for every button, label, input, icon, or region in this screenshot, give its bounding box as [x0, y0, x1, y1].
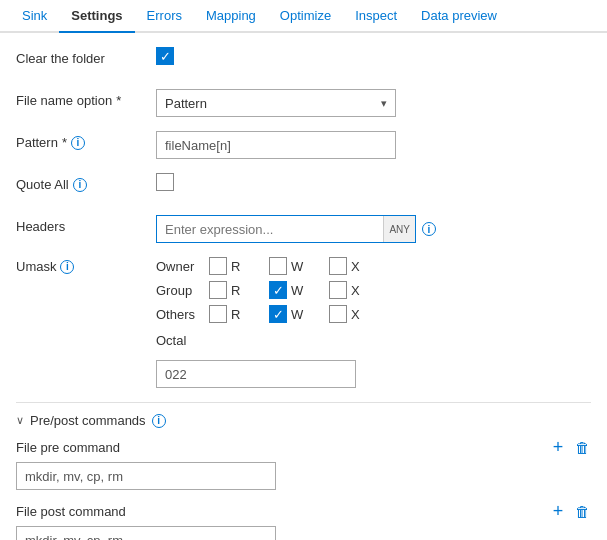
file-name-option-dropdown[interactable]: Pattern ▾ — [156, 89, 396, 117]
tab-data-preview[interactable]: Data preview — [409, 0, 509, 33]
file-name-option-label: File name option * — [16, 89, 156, 108]
clear-folder-row: Clear the folder ✓ — [16, 47, 591, 75]
pattern-control — [156, 131, 591, 159]
umask-others-label: Others — [156, 307, 201, 322]
umask-others-w-cell: ✓ W — [269, 305, 321, 323]
umask-control: Owner R W X Group — [156, 257, 591, 388]
section-divider — [16, 402, 591, 403]
umask-group-w-cell: ✓ W — [269, 281, 321, 299]
pattern-required: * — [62, 135, 67, 150]
pattern-row: Pattern * i — [16, 131, 591, 159]
umask-row: Umask i Owner R W X — [16, 257, 591, 388]
pre-post-section-row[interactable]: ∨ Pre/post commands i — [16, 413, 591, 428]
pattern-input[interactable] — [156, 131, 396, 159]
file-pre-command-add-icon[interactable]: + — [549, 438, 567, 456]
tab-optimize[interactable]: Optimize — [268, 0, 343, 33]
headers-control: ANY i — [156, 215, 591, 243]
file-post-command-label: File post command — [16, 504, 126, 519]
file-pre-command-input[interactable] — [16, 462, 276, 490]
umask-group-x-letter: X — [351, 283, 360, 298]
umask-group-r-letter: R — [231, 283, 240, 298]
umask-group-w-letter: W — [291, 283, 303, 298]
section-chevron-icon: ∨ — [16, 414, 24, 427]
pre-post-info-icon[interactable]: i — [152, 414, 166, 428]
pre-post-section-label: Pre/post commands — [30, 413, 146, 428]
clear-folder-label: Clear the folder — [16, 47, 156, 66]
quote-all-checkbox[interactable] — [156, 173, 174, 191]
file-post-command-delete-icon[interactable]: 🗑 — [573, 502, 591, 520]
file-pre-command-delete-icon[interactable]: 🗑 — [573, 438, 591, 456]
umask-others-x-cell: X — [329, 305, 381, 323]
pattern-label: Pattern * i — [16, 131, 156, 150]
pattern-info-icon[interactable]: i — [71, 136, 85, 150]
umask-others-x-letter: X — [351, 307, 360, 322]
quote-all-row: Quote All i — [16, 173, 591, 201]
umask-owner-r-cell: R — [209, 257, 261, 275]
settings-content: Clear the folder ✓ File name option * Pa… — [0, 33, 607, 540]
umask-owner-x-letter: X — [351, 259, 360, 274]
clear-folder-check-icon: ✓ — [160, 50, 171, 63]
file-post-command-input-wrap — [16, 526, 591, 540]
tab-settings[interactable]: Settings — [59, 0, 134, 33]
umask-others-r-cell: R — [209, 305, 261, 323]
umask-group-w-check-icon: ✓ — [273, 284, 284, 297]
umask-group-r-checkbox[interactable] — [209, 281, 227, 299]
tab-sink[interactable]: Sink — [10, 0, 59, 33]
file-name-option-row: File name option * Pattern ▾ — [16, 89, 591, 117]
file-pre-command-input-wrap — [16, 462, 591, 490]
umask-label: Umask i — [16, 257, 156, 274]
umask-owner-row: Owner R W X — [156, 257, 381, 275]
umask-others-x-checkbox[interactable] — [329, 305, 347, 323]
file-post-command-add-icon[interactable]: + — [549, 502, 567, 520]
tab-bar: Sink Settings Errors Mapping Optimize In… — [0, 0, 607, 33]
umask-owner-r-checkbox[interactable] — [209, 257, 227, 275]
quote-all-label: Quote All i — [16, 173, 156, 192]
headers-info-icon[interactable]: i — [422, 222, 436, 236]
headers-any-badge: ANY — [383, 216, 415, 242]
umask-owner-x-checkbox[interactable] — [329, 257, 347, 275]
tab-mapping[interactable]: Mapping — [194, 0, 268, 33]
umask-owner-w-checkbox[interactable] — [269, 257, 287, 275]
umask-group-x-checkbox[interactable] — [329, 281, 347, 299]
umask-group-label: Group — [156, 283, 201, 298]
headers-expression-input[interactable] — [157, 222, 383, 237]
file-post-command-icons: + 🗑 — [549, 502, 591, 520]
umask-others-row: Others R ✓ W X — [156, 305, 381, 323]
umask-info-icon[interactable]: i — [60, 260, 74, 274]
umask-owner-w-cell: W — [269, 257, 321, 275]
quote-all-info-icon[interactable]: i — [73, 178, 87, 192]
umask-others-r-letter: R — [231, 307, 240, 322]
file-name-option-control: Pattern ▾ — [156, 89, 591, 117]
umask-others-w-checkbox[interactable]: ✓ — [269, 305, 287, 323]
clear-folder-checkbox[interactable]: ✓ — [156, 47, 174, 65]
file-pre-command-label: File pre command — [16, 440, 120, 455]
umask-others-w-letter: W — [291, 307, 303, 322]
umask-group-r-cell: R — [209, 281, 261, 299]
file-pre-command-icons: + 🗑 — [549, 438, 591, 456]
umask-others-r-checkbox[interactable] — [209, 305, 227, 323]
octal-label: Octal — [156, 333, 381, 348]
file-post-command-input[interactable] — [16, 526, 276, 540]
umask-owner-w-letter: W — [291, 259, 303, 274]
file-post-command-row: File post command + 🗑 — [16, 502, 591, 520]
quote-all-control — [156, 173, 591, 191]
file-name-option-value: Pattern — [165, 96, 207, 111]
file-pre-command-row: File pre command + 🗑 — [16, 438, 591, 456]
tab-errors[interactable]: Errors — [135, 0, 194, 33]
umask-group-w-checkbox[interactable]: ✓ — [269, 281, 287, 299]
umask-group-row: Group R ✓ W X — [156, 281, 381, 299]
headers-expression-wrap[interactable]: ANY — [156, 215, 416, 243]
tab-inspect[interactable]: Inspect — [343, 0, 409, 33]
umask-grid: Owner R W X Group — [156, 257, 381, 388]
octal-input[interactable] — [156, 360, 356, 388]
dropdown-arrow-icon: ▾ — [381, 97, 387, 110]
umask-owner-r-letter: R — [231, 259, 240, 274]
umask-group-x-cell: X — [329, 281, 381, 299]
headers-row: Headers ANY i — [16, 215, 591, 243]
clear-folder-control: ✓ — [156, 47, 591, 65]
file-name-option-required: * — [116, 93, 121, 108]
umask-others-w-check-icon: ✓ — [273, 308, 284, 321]
umask-owner-x-cell: X — [329, 257, 381, 275]
umask-owner-label: Owner — [156, 259, 201, 274]
headers-label: Headers — [16, 215, 156, 234]
